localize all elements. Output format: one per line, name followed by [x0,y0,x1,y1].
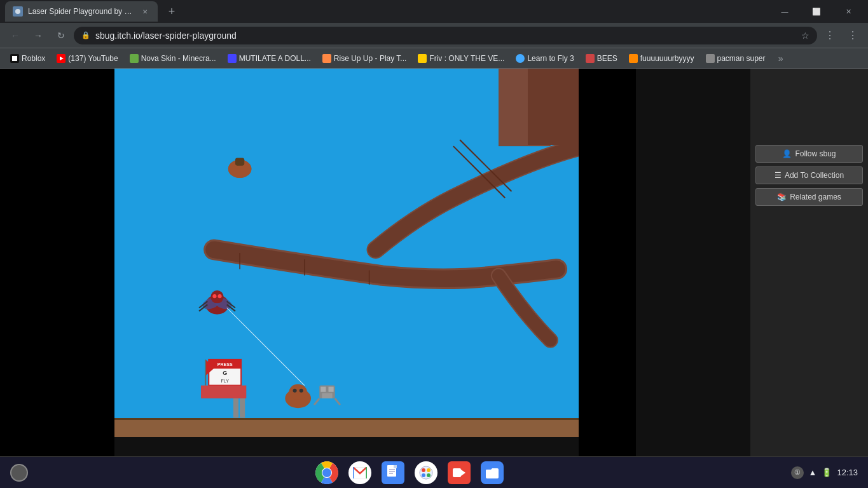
svg-rect-69 [486,470,499,478]
mutilate-favicon [228,54,237,63]
svg-point-19 [218,294,222,298]
bookmark-bees[interactable]: BEES [581,51,623,66]
bookmark-roblox[interactable]: Roblox [5,51,50,66]
svg-point-42 [289,384,307,400]
bookmark-friv[interactable]: Friv : ONLY THE VE... [413,51,509,66]
svg-text:G: G [223,370,227,376]
svg-text:PRESS: PRESS [217,362,233,367]
collection-icon: ☰ [775,171,782,180]
address-bar[interactable]: 🔒 sbug.itch.io/laser-spider-playground ☆ [74,27,817,44]
nav-bar: ← → ↻ 🔒 sbug.itch.io/laser-spider-playgr… [0,23,868,48]
fuuu-favicon [629,54,638,63]
follow-label: Follow sbug [795,149,836,158]
taskbar-docs-icon[interactable] [382,461,404,484]
bookmark-youtube[interactable]: (137) YouTube [52,51,123,66]
bookmark-star-icon[interactable]: ☆ [801,30,809,41]
follow-icon: 👤 [782,149,792,158]
friv-favicon [418,54,427,63]
bees-label: BEES [597,54,617,63]
riseup-label: Rise Up Up - Play T... [334,54,406,63]
bookmark-novaskin[interactable]: Nova Skin - Minecra... [125,51,221,66]
game-svg: PRESS G FLY [114,69,579,437]
svg-point-17 [210,290,223,303]
bookmark-fuuu[interactable]: fuuuuuuurbyyyy [624,51,699,66]
mutilate-label: MUTILATE A DOLL... [239,54,311,63]
learntof-label: Learn to Fly 3 [527,54,574,63]
svg-rect-46 [320,387,326,392]
taskbar-right: ① ▲ 🔋 12:13 [791,466,858,479]
pacman-favicon [706,54,715,63]
svg-point-66 [422,473,425,477]
taskbar-gmail-icon[interactable] [348,461,371,484]
bookmark-pacman[interactable]: pacman super [701,51,771,66]
new-tab-button[interactable]: + [163,3,181,20]
back-button[interactable]: ← [5,25,25,46]
minimize-button[interactable]: — [770,1,799,22]
title-bar: Laser Spider Playground by sbug ✕ + — ⬜ … [0,0,868,23]
taskbar-palette-icon[interactable] [415,461,437,484]
lock-icon: 🔒 [81,31,90,39]
novaskin-favicon [130,54,139,63]
battery-icon: 🔋 [822,468,832,477]
url-text: sbug.itch.io/laser-spider-playground [95,30,796,41]
youtube-label: (137) YouTube [68,54,118,63]
riseup-favicon [322,54,331,63]
taskbar-video-icon[interactable] [448,461,471,484]
tab-close-button[interactable]: ✕ [140,6,150,17]
game-sky: PRESS G FLY [114,69,579,437]
friv-label: Friv : ONLY THE VE... [429,54,504,63]
bees-favicon [586,54,595,63]
svg-line-50 [335,398,340,405]
svg-marker-68 [461,470,465,476]
extensions-button[interactable]: ⋮ [820,25,840,46]
taskbar-left [10,464,28,482]
svg-rect-32 [201,386,246,398]
bookmark-mutilate[interactable]: MUTILATE A DOLL... [223,51,316,66]
bookmark-riseup[interactable]: Rise Up Up - Play T... [317,51,411,66]
svg-text:FLY: FLY [221,379,229,384]
follow-button[interactable]: 👤 Follow sbug [755,145,863,163]
svg-point-62 [420,466,432,479]
svg-rect-1 [12,56,17,61]
taskbar-circle[interactable] [10,464,28,482]
svg-point-43 [293,389,297,393]
reload-button[interactable]: ↻ [51,25,71,46]
close-button[interactable]: ✕ [834,1,863,22]
svg-point-0 [15,9,20,14]
taskbar: ① ▲ 🔋 12:13 [0,456,868,488]
taskbar-files-icon[interactable] [481,461,504,484]
svg-line-49 [314,398,319,405]
taskbar-center [28,461,791,484]
svg-rect-48 [322,393,332,398]
bookmark-learntof[interactable]: Learn to Fly 3 [511,51,579,66]
roblox-label: Roblox [22,54,45,63]
browser-frame: Laser Spider Playground by sbug ✕ + — ⬜ … [0,0,868,488]
svg-point-53 [322,468,331,477]
tab-title: Laser Spider Playground by sbug [28,7,135,16]
add-collection-button[interactable]: ☰ Add To Collection [755,166,863,184]
tree-trunk [528,69,579,145]
svg-point-64 [427,468,431,472]
game-area: PRESS G FLY [0,69,868,456]
notification-badge: ① [791,466,804,479]
pacman-label: pacman super [717,54,766,63]
svg-marker-2 [60,57,64,60]
learntof-favicon [516,54,525,63]
svg-rect-67 [453,468,461,477]
more-bookmarks-button[interactable]: » [773,51,789,66]
active-tab[interactable]: Laser Spider Playground by sbug ✕ [5,1,158,22]
chrome-menu-button[interactable]: ⋮ [843,25,863,46]
svg-rect-10 [235,158,244,165]
game-ground [114,418,579,437]
svg-point-44 [300,389,303,393]
taskbar-chrome-icon[interactable] [315,461,338,484]
bookmarks-bar: Roblox (137) YouTube Nova Skin - Minecra… [0,48,868,69]
related-games-icon: 📚 [777,193,787,201]
content-area: PRESS G FLY [0,69,868,456]
youtube-favicon [57,54,65,63]
maximize-button[interactable]: ⬜ [802,1,831,22]
svg-rect-34 [240,398,245,418]
related-games-button[interactable]: 📚 Related games [755,188,863,206]
novaskin-label: Nova Skin - Minecra... [141,54,216,63]
forward-button[interactable]: → [28,25,48,46]
